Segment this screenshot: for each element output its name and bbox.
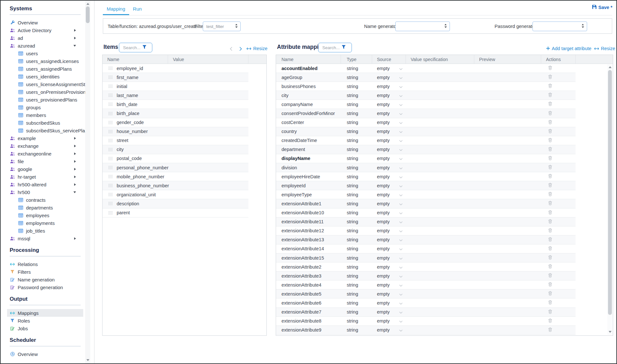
mapping-scrollbar[interactable] <box>607 64 613 335</box>
source-select[interactable]: empty <box>372 147 406 152</box>
sidebar-item-users-identities[interactable]: users_identities <box>10 73 85 80</box>
sidebar-item-roles[interactable]: Roles <box>10 317 85 324</box>
sidebar-item-users[interactable]: users <box>10 49 85 57</box>
item-row-gender-code[interactable]: gender_code <box>103 118 248 127</box>
delete-attribute-button[interactable] <box>548 264 552 269</box>
sidebar-item-filters[interactable]: Filters <box>10 268 85 276</box>
sidebar-item-active-directory[interactable]: Active Directory <box>10 26 85 34</box>
scroll-down-icon[interactable] <box>85 358 90 362</box>
sidebar-item-employments[interactable]: employments <box>10 219 85 227</box>
item-row-business-phone-number[interactable]: business_phone_number <box>103 181 248 190</box>
sidebar-item-users-licenseassignmentst[interactable]: users_licenseAssignmentSt... <box>10 80 85 88</box>
delete-attribute-button[interactable] <box>548 327 552 332</box>
pager-prev-button[interactable] <box>228 45 235 52</box>
item-row-street[interactable]: street <box>103 136 248 145</box>
item-row-employee-id[interactable]: employee_id <box>103 64 248 73</box>
delete-attribute-button[interactable] <box>548 111 552 115</box>
items-search-input[interactable] <box>122 45 142 50</box>
delete-attribute-button[interactable] <box>548 309 552 314</box>
source-select[interactable]: empty <box>372 138 406 143</box>
filter-funnel-icon[interactable] <box>342 45 346 50</box>
drag-handle-icon[interactable] <box>108 67 113 70</box>
source-select[interactable]: empty <box>372 183 406 188</box>
mapping-resize-button[interactable]: Resize <box>594 46 615 51</box>
sidebar-scrollbar-thumb[interactable] <box>86 6 90 23</box>
sidebar-item-departments[interactable]: departments <box>10 204 85 211</box>
source-select[interactable]: empty <box>372 300 406 306</box>
drag-handle-icon[interactable] <box>108 130 113 133</box>
delete-attribute-button[interactable] <box>548 165 552 169</box>
add-target-attribute-button[interactable]: Add target attribute <box>546 46 591 51</box>
sidebar-item-users-provisionedplans[interactable]: users_provisionedPlans <box>10 96 85 103</box>
drag-handle-icon[interactable] <box>108 84 113 88</box>
drag-handle-icon[interactable] <box>108 102 113 106</box>
pager-next-button[interactable] <box>237 45 244 52</box>
sidebar-item-mssql[interactable]: mssql <box>10 235 85 242</box>
delete-attribute-button[interactable] <box>548 210 552 215</box>
item-row-city[interactable]: city <box>103 145 248 154</box>
sidebar-item-employees[interactable]: employees <box>10 211 85 219</box>
source-select[interactable]: empty <box>372 84 406 89</box>
source-select[interactable]: empty <box>372 102 406 107</box>
delete-attribute-button[interactable] <box>548 75 552 79</box>
drag-handle-icon[interactable] <box>108 112 113 115</box>
delete-attribute-button[interactable] <box>548 102 552 106</box>
sidebar-item-hr-target[interactable]: hr-target <box>10 173 85 181</box>
item-row-postal-code[interactable]: postal_code <box>103 154 248 163</box>
source-select[interactable]: empty <box>372 120 406 125</box>
source-select[interactable]: empty <box>372 174 406 179</box>
delete-attribute-button[interactable] <box>548 237 552 242</box>
save-button[interactable]: Save * <box>592 5 613 10</box>
item-row-first-name[interactable]: first_name <box>103 73 248 82</box>
sidebar-item-jobs[interactable]: Jobs <box>10 324 85 332</box>
source-select[interactable]: empty <box>372 318 406 324</box>
delete-attribute-button[interactable] <box>548 318 552 323</box>
delete-attribute-button[interactable] <box>548 129 552 133</box>
sidebar-item-overview[interactable]: Overview <box>10 19 85 26</box>
tab-mapping[interactable]: Mapping <box>103 3 129 15</box>
sidebar-item-members[interactable]: members <box>10 111 85 119</box>
delete-attribute-button[interactable] <box>548 147 552 151</box>
drag-handle-icon[interactable] <box>108 184 113 187</box>
source-select[interactable]: empty <box>372 210 406 215</box>
sidebar-item-azuread[interactable]: azuread <box>10 42 85 49</box>
drag-handle-icon[interactable] <box>108 202 113 205</box>
source-select[interactable]: empty <box>372 192 406 197</box>
sidebar-item-contracts[interactable]: contracts <box>10 196 85 204</box>
tab-run[interactable]: Run <box>129 3 146 15</box>
source-select[interactable]: empty <box>372 264 406 270</box>
sidebar-item-hr500-altered[interactable]: hr500-altered <box>10 181 85 188</box>
source-select[interactable]: empty <box>372 246 406 251</box>
sidebar-item-overview[interactable]: Overview <box>10 350 85 358</box>
items-resize-button[interactable]: Resize <box>246 46 267 51</box>
delete-attribute-button[interactable] <box>548 201 552 205</box>
password-generator-select[interactable] <box>532 22 587 31</box>
delete-attribute-button[interactable] <box>548 183 552 187</box>
item-row-birth-date[interactable]: birth_date <box>103 100 248 109</box>
item-row-personal-phone-number[interactable]: personal_phone_number <box>103 163 248 172</box>
sidebar-item-google[interactable]: google <box>10 165 85 173</box>
delete-attribute-button[interactable] <box>548 282 552 287</box>
item-row-birth-place[interactable]: birth_place <box>103 109 248 118</box>
source-select[interactable]: empty <box>372 111 406 116</box>
sidebar-item-name-generation[interactable]: Name generation <box>10 276 85 283</box>
delete-attribute-button[interactable] <box>548 120 552 124</box>
item-row-organizational-unit[interactable]: organizational_unit <box>103 190 248 199</box>
drag-handle-icon[interactable] <box>108 175 113 178</box>
item-row-parent[interactable]: parent <box>103 209 248 218</box>
source-select[interactable]: empty <box>372 219 406 224</box>
mapping-search-input[interactable] <box>322 45 342 50</box>
sidebar-item-users-assignedplans[interactable]: users_assignedPlans <box>10 65 85 73</box>
sidebar-item-file[interactable]: file <box>10 157 85 165</box>
delete-attribute-button[interactable] <box>548 228 552 233</box>
scroll-up-icon[interactable] <box>607 65 613 69</box>
source-select[interactable]: empty <box>372 129 406 134</box>
source-select[interactable]: empty <box>372 201 406 206</box>
source-select[interactable]: empty <box>372 228 406 233</box>
item-row-last-name[interactable]: last_name <box>103 91 248 100</box>
delete-attribute-button[interactable] <box>548 219 552 224</box>
sidebar-item-hr500[interactable]: hr500 <box>10 188 85 196</box>
sidebar-item-password-generation[interactable]: Password generation <box>10 283 85 291</box>
sidebar-scrollbar[interactable] <box>85 1 90 363</box>
sidebar-item-subscribedskus[interactable]: subscribedSkus <box>10 119 85 127</box>
